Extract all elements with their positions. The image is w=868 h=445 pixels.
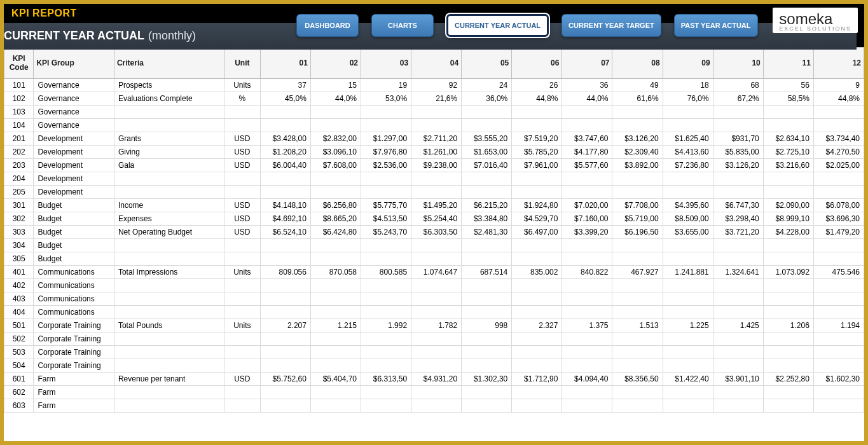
cell-criteria[interactable] (114, 279, 224, 292)
cell-value[interactable]: $1.653,00 (462, 146, 512, 159)
cell-value[interactable] (512, 399, 562, 413)
cell-unit[interactable]: USD (224, 199, 260, 212)
cell-unit[interactable]: USD (224, 146, 260, 159)
cell-criteria[interactable]: Revenue per tenant (114, 373, 224, 386)
cell-value[interactable]: $5.775,70 (361, 199, 411, 212)
cell-value[interactable]: 24 (462, 79, 512, 92)
cell-value[interactable] (361, 346, 411, 359)
cell-value[interactable]: $8.509,00 (663, 212, 713, 226)
cell-group[interactable]: Corporate Training (34, 332, 114, 346)
cell-code[interactable]: 205 (4, 186, 34, 199)
cell-unit[interactable] (224, 279, 260, 292)
cell-criteria[interactable]: Gala (114, 159, 224, 172)
cell-code[interactable]: 501 (4, 319, 34, 332)
cell-value[interactable]: 998 (462, 319, 512, 332)
cell-value[interactable]: 68 (713, 79, 763, 92)
cell-value[interactable] (813, 359, 864, 373)
cell-value[interactable]: 1.425 (713, 319, 763, 332)
cell-value[interactable] (260, 292, 310, 306)
cell-value[interactable]: $7.519,20 (512, 132, 562, 146)
cell-value[interactable] (763, 346, 813, 359)
cell-value[interactable]: $6.424,80 (310, 226, 361, 239)
cell-value[interactable] (462, 172, 512, 186)
cell-value[interactable] (411, 359, 462, 373)
cell-value[interactable] (361, 306, 411, 319)
cell-value[interactable] (260, 359, 310, 373)
cell-criteria[interactable] (114, 386, 224, 399)
cell-value[interactable]: $3.721,20 (713, 226, 763, 239)
cell-value[interactable]: $3.555,20 (462, 132, 512, 146)
col-header-03[interactable]: 03 (361, 48, 411, 79)
cell-value[interactable] (512, 386, 562, 399)
cell-value[interactable]: $7.020,00 (562, 199, 612, 212)
cell-criteria[interactable] (114, 306, 224, 319)
cell-value[interactable] (512, 186, 562, 199)
cell-value[interactable] (813, 119, 864, 132)
cell-value[interactable] (763, 399, 813, 413)
cell-value[interactable]: 36 (562, 79, 612, 92)
cell-value[interactable]: $3.126,20 (713, 159, 763, 172)
cell-value[interactable] (713, 279, 763, 292)
cell-value[interactable] (612, 119, 663, 132)
cell-unit[interactable]: USD (224, 159, 260, 172)
cell-value[interactable]: $6.215,20 (462, 199, 512, 212)
cell-value[interactable]: 9 (813, 79, 864, 92)
cell-unit[interactable] (224, 332, 260, 346)
cell-value[interactable] (612, 306, 663, 319)
cell-value[interactable]: $6.524,10 (260, 226, 310, 239)
cell-value[interactable]: $6.004,40 (260, 159, 310, 172)
cell-group[interactable]: Corporate Training (34, 319, 114, 332)
cell-code[interactable]: 204 (4, 172, 34, 186)
cell-value[interactable] (411, 292, 462, 306)
cell-value[interactable] (310, 186, 361, 199)
cell-value[interactable]: $1.297,00 (361, 132, 411, 146)
cell-value[interactable]: $3.126,20 (612, 132, 663, 146)
cell-value[interactable]: $3.428,00 (260, 132, 310, 146)
cell-criteria[interactable] (114, 252, 224, 266)
cell-value[interactable]: 1.206 (763, 319, 813, 332)
cell-value[interactable]: 840.822 (562, 266, 612, 279)
cell-value[interactable] (713, 119, 763, 132)
cell-value[interactable] (813, 399, 864, 413)
cell-value[interactable]: 61,6% (612, 92, 663, 106)
cell-value[interactable] (813, 332, 864, 346)
cell-value[interactable] (310, 386, 361, 399)
cell-unit[interactable] (224, 106, 260, 119)
cell-value[interactable] (361, 386, 411, 399)
cell-value[interactable]: $1.422,40 (663, 373, 713, 386)
cell-value[interactable] (663, 172, 713, 186)
cell-value[interactable]: $7.608,00 (310, 159, 361, 172)
cell-value[interactable]: $3.096,10 (310, 146, 361, 159)
cell-value[interactable] (663, 359, 713, 373)
cell-code[interactable]: 305 (4, 252, 34, 266)
cell-criteria[interactable]: Prospects (114, 79, 224, 92)
col-header-04[interactable]: 04 (411, 48, 462, 79)
cell-value[interactable] (361, 359, 411, 373)
cell-value[interactable] (512, 306, 562, 319)
col-header-09[interactable]: 09 (663, 48, 713, 79)
cell-value[interactable] (612, 386, 663, 399)
cell-group[interactable]: Development (34, 132, 114, 146)
cell-value[interactable] (562, 332, 612, 346)
cell-group[interactable]: Governance (34, 92, 114, 106)
cell-value[interactable] (512, 359, 562, 373)
cell-value[interactable] (512, 252, 562, 266)
cell-value[interactable]: $6.303,50 (411, 226, 462, 239)
cell-value[interactable] (663, 306, 713, 319)
cell-unit[interactable]: % (224, 92, 260, 106)
cell-value[interactable] (260, 386, 310, 399)
cell-value[interactable]: $1.479,20 (813, 226, 864, 239)
cell-value[interactable] (361, 252, 411, 266)
cell-value[interactable] (763, 386, 813, 399)
cell-value[interactable] (663, 119, 713, 132)
cell-value[interactable] (310, 359, 361, 373)
cell-value[interactable]: $3.747,60 (562, 132, 612, 146)
cell-value[interactable]: 1.375 (562, 319, 612, 332)
cell-value[interactable] (612, 399, 663, 413)
cell-code[interactable]: 304 (4, 239, 34, 252)
cell-value[interactable] (663, 386, 713, 399)
cell-code[interactable]: 401 (4, 266, 34, 279)
cell-value[interactable] (411, 106, 462, 119)
cell-value[interactable]: $1.924,80 (512, 199, 562, 212)
cell-unit[interactable] (224, 252, 260, 266)
